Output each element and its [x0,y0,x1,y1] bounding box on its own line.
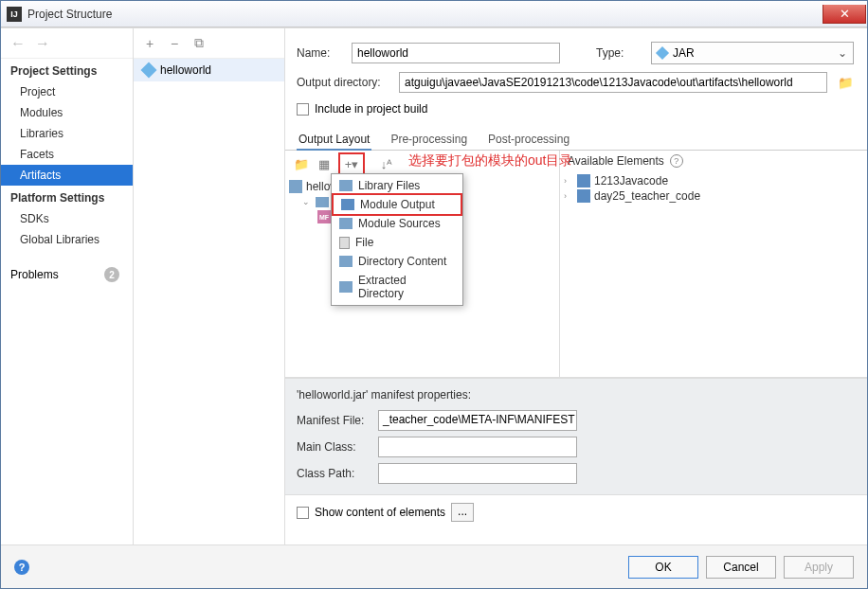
menu-item-extracted-directory[interactable]: Extracted Directory [332,271,462,303]
sidebar-item-facets[interactable]: Facets [1,144,133,165]
tab-output-layout[interactable]: Output Layout [297,129,371,150]
main-class-input[interactable] [378,437,577,457]
menu-item-library-files[interactable]: Library Files [332,176,462,195]
settings-sidebar: ← → Project Settings Project Modules Lib… [1,28,134,544]
main-area: ← → Project Settings Project Modules Lib… [1,27,867,544]
add-copy-menu: Library Files Module Output Module Sourc… [331,173,463,306]
sort-icon[interactable]: ↓ᴬ [378,155,395,172]
menu-item-module-output[interactable]: Module Output [332,193,462,216]
tab-pre-processing[interactable]: Pre-processing [389,129,469,150]
expand-icon[interactable]: ⌄ [302,197,312,206]
jar-type-icon [656,46,669,60]
new-folder-icon[interactable]: 📁 [293,155,310,172]
dialog-body: ← → Project Settings Project Modules Lib… [1,27,867,588]
available-elements-header: Available Elements ? [560,151,867,171]
output-dir-row: Output directory: atguigu\javaee\JavaSE2… [285,68,867,97]
sidebar-item-libraries[interactable]: Libraries [1,123,133,144]
annotation-text: 选择要打包的模块的out目录 [408,152,572,170]
problems-count-badge: 2 [104,267,119,282]
name-label: Name: [297,46,344,60]
show-content-label: Show content of elements [315,506,445,519]
directory-content-icon [339,256,353,267]
class-path-row: Class Path: [297,460,856,487]
manifest-title: 'helloworld.jar' manifest properties: [297,386,856,407]
dialog-footer: ? OK Cancel Apply [1,544,867,588]
artifacts-list-panel: + − ⧉ helloworld [134,28,285,544]
help-button[interactable]: ? [14,560,29,575]
artifact-tabs: Output Layout Pre-processing Post-proces… [285,125,867,151]
module-icon [577,174,590,187]
cancel-button[interactable]: Cancel [706,556,776,579]
extracted-directory-icon [339,281,353,293]
artifact-list-item[interactable]: helloworld [134,59,284,81]
new-archive-icon[interactable]: ▦ [316,155,333,172]
menu-item-module-sources[interactable]: Module Sources [332,214,462,233]
add-artifact-icon[interactable]: + [143,37,156,50]
available-tree[interactable]: › 1213Javacode › day25_teacher_code [560,171,867,377]
library-files-icon [339,180,353,191]
jar-icon [289,180,302,193]
sidebar-item-project[interactable]: Project [1,81,133,102]
type-select[interactable]: JAR [651,42,854,64]
menu-item-directory-content[interactable]: Directory Content [332,252,462,271]
module-sources-icon [339,218,353,229]
available-item-1[interactable]: › 1213Javacode [564,173,863,188]
available-item-2[interactable]: › day25_teacher_code [564,188,863,204]
app-icon: IJ [7,7,22,22]
artifact-detail-panel: Name: Type: JAR Output directory: atguig… [285,28,867,544]
main-class-row: Main Class: [297,434,856,460]
show-content-checkbox[interactable] [297,507,309,519]
artifact-name: helloworld [160,63,211,77]
available-elements-panel: Available Elements ? › 1213Javacode [560,151,867,377]
class-path-input[interactable] [378,463,577,484]
section-header-project-settings: Project Settings [1,59,133,81]
copy-artifact-icon[interactable]: ⧉ [192,37,206,50]
tab-post-processing[interactable]: Post-processing [486,129,571,150]
help-icon[interactable]: ? [670,154,683,168]
add-copy-highlight: +▾ [338,152,365,175]
chevron-right-icon[interactable]: › [564,191,573,201]
include-build-checkbox[interactable] [297,103,309,116]
sidebar-item-problems[interactable]: Problems 2 [1,261,133,286]
add-copy-icon[interactable]: +▾ [343,155,360,172]
remove-artifact-icon[interactable]: − [168,37,181,50]
manifest-properties-panel: 'helloworld.jar' manifest properties: Ma… [285,378,867,494]
include-build-row: Include in project build [285,97,867,121]
sidebar-item-sdks[interactable]: SDKs [1,208,133,229]
browse-output-dir-button[interactable]: 📁 [835,72,856,93]
output-dir-input[interactable]: atguigu\javaee\JavaSE20191213\code\1213J… [399,72,827,93]
back-arrow-icon[interactable]: ← [10,35,26,52]
name-row: Name: Type: JAR [285,38,867,68]
menu-item-file[interactable]: File [332,233,462,252]
sidebar-item-global-libraries[interactable]: Global Libraries [1,229,133,250]
show-content-options-button[interactable]: ... [451,503,474,522]
layout-split: 📁 ▦ +▾ ↓ᴬ 选择要打包的模块的out目录 [285,151,867,378]
class-path-label: Class Path: [297,467,372,480]
manifest-file-input[interactable]: _teacher_code\META-INF\MANIFEST [378,410,577,431]
sidebar-item-modules[interactable]: Modules [1,102,133,123]
manifest-file-row: Manifest File: _teacher_code\META-INF\MA… [297,407,856,434]
ok-button[interactable]: OK [628,556,698,579]
main-class-label: Main Class: [297,440,372,454]
forward-arrow-icon[interactable]: → [35,35,50,52]
nav-arrows: ← → [1,28,133,59]
name-input[interactable] [352,43,560,63]
output-dir-label: Output directory: [297,76,391,89]
artifacts-toolbar: + − ⧉ [134,28,284,59]
apply-button[interactable]: Apply [784,556,854,579]
include-build-label: Include in project build [315,102,427,116]
show-content-row: Show content of elements ... [285,494,867,529]
file-icon [339,237,350,249]
output-layout-area: 📁 ▦ +▾ ↓ᴬ 选择要打包的模块的out目录 [285,151,867,544]
window-title: Project Structure [27,8,823,21]
problems-label: Problems [10,268,59,281]
layout-tree-panel: 📁 ▦ +▾ ↓ᴬ 选择要打包的模块的out目录 [285,151,560,377]
module-icon [577,189,590,203]
folder-icon [316,197,329,207]
manifest-icon: MF [317,210,331,223]
sidebar-item-artifacts[interactable]: Artifacts [1,165,133,186]
section-header-platform-settings: Platform Settings [1,186,133,208]
chevron-right-icon[interactable]: › [564,176,573,186]
close-button[interactable]: ✕ [823,5,866,24]
manifest-file-label: Manifest File: [297,414,372,427]
